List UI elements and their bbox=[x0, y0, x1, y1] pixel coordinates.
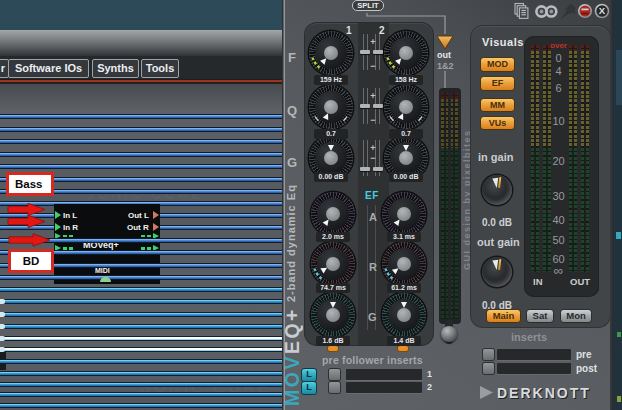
svg-text:X: X bbox=[599, 5, 606, 16]
